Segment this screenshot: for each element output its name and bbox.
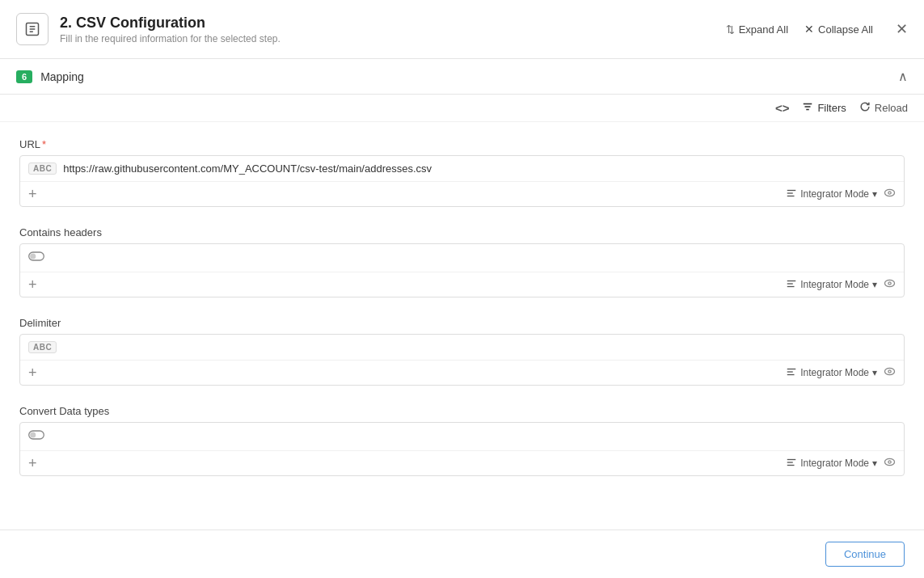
convert-data-types-field-footer: + Integrator Mode ▾: [20, 451, 904, 475]
url-field-box: ABC https://raw.githubusercontent.com/MY…: [19, 155, 905, 207]
convert-data-types-dropdown-icon: ▾: [872, 458, 877, 469]
svg-point-8: [888, 192, 891, 194]
continue-button[interactable]: Continue: [825, 542, 905, 567]
step-icon: [16, 13, 49, 45]
url-input-row: ABC https://raw.githubusercontent.com/MY…: [20, 156, 904, 182]
page-header: 2. CSV Configuration Fill in the require…: [0, 0, 924, 59]
convert-data-types-footer-right: Integrator Mode ▾: [786, 456, 896, 470]
url-type-badge: ABC: [28, 162, 57, 175]
contains-headers-integrator-mode-label: Integrator Mode: [800, 279, 869, 290]
convert-data-types-integrator-mode-label: Integrator Mode: [800, 458, 869, 469]
url-field-group: URL* ABC https://raw.githubusercontent.c…: [19, 138, 905, 207]
code-icon: <>: [775, 101, 790, 115]
url-add-button[interactable]: +: [28, 187, 37, 201]
chevron-up-icon: ∧: [898, 70, 908, 83]
svg-point-22: [30, 432, 36, 437]
filters-button[interactable]: Filters: [802, 101, 846, 115]
page-subtitle: Fill in the required information for the…: [60, 33, 281, 44]
convert-data-types-eye-button[interactable]: [884, 456, 896, 470]
delimiter-add-button[interactable]: +: [28, 365, 37, 380]
filters-icon: [802, 101, 813, 115]
contains-headers-field-group: Contains headers +: [19, 226, 905, 297]
convert-data-types-field-box: + Integrator Mode ▾: [19, 422, 905, 476]
contains-headers-dropdown-icon: ▾: [872, 279, 877, 290]
svg-point-19: [885, 368, 895, 374]
page-title: 2. CSV Configuration: [60, 15, 281, 32]
url-integrator-mode-label: Integrator Mode: [800, 188, 869, 200]
delimiter-label: Delimiter: [19, 317, 905, 329]
delimiter-type-badge: ABC: [28, 341, 57, 353]
convert-data-types-integrator-mode-button[interactable]: Integrator Mode ▾: [786, 457, 877, 470]
svg-point-15: [888, 282, 891, 285]
url-integrator-mode-button[interactable]: Integrator Mode ▾: [786, 188, 877, 201]
integrator-mode-icon-3: [786, 366, 797, 380]
delimiter-field-group: Delimiter ABC +: [19, 317, 905, 386]
url-field-footer: + Integrator Mode ▾: [20, 182, 904, 206]
code-toggle-button[interactable]: <>: [775, 101, 790, 115]
delimiter-eye-button[interactable]: [884, 365, 896, 380]
url-label: URL*: [19, 138, 905, 150]
header-actions: ⇅ Expand All ✕ Collapse All ✕: [726, 22, 908, 36]
delimiter-field-box: ABC + Integrator Mode ▾: [19, 334, 905, 386]
svg-point-26: [885, 458, 895, 465]
bottom-bar: Continue: [0, 529, 924, 578]
contains-headers-integrator-mode-button[interactable]: Integrator Mode ▾: [786, 278, 877, 292]
contains-headers-input-row: [20, 244, 904, 272]
header-text-block: 2. CSV Configuration Fill in the require…: [60, 15, 281, 44]
svg-point-27: [888, 461, 891, 463]
contains-headers-footer-right: Integrator Mode ▾: [786, 277, 896, 292]
section-header: 6 Mapping ∧: [0, 59, 924, 95]
section-title: Mapping: [40, 70, 84, 83]
integrator-mode-icon: [786, 188, 797, 201]
delimiter-input-row: ABC: [20, 335, 904, 361]
convert-data-types-field-group: Convert Data types +: [19, 405, 905, 476]
collapse-all-label: Collapse All: [818, 23, 873, 36]
delimiter-dropdown-icon: ▾: [872, 367, 877, 378]
delimiter-field-footer: + Integrator Mode ▾: [20, 361, 904, 385]
url-integrator-dropdown-icon: ▾: [872, 188, 877, 200]
section-collapse-button[interactable]: ∧: [898, 69, 908, 84]
convert-data-types-input-row: [20, 423, 904, 451]
svg-point-20: [888, 370, 891, 373]
url-value: https://raw.githubusercontent.com/MY_ACC…: [63, 162, 896, 175]
collapse-all-button[interactable]: ✕ Collapse All: [804, 23, 873, 36]
delimiter-integrator-mode-button[interactable]: Integrator Mode ▾: [786, 366, 877, 380]
contains-headers-field-footer: + Integrator Mode ▾: [20, 272, 904, 297]
delimiter-footer-right: Integrator Mode ▾: [786, 365, 896, 380]
convert-data-types-add-button[interactable]: +: [28, 456, 37, 470]
convert-data-types-toggle-icon: [28, 429, 44, 444]
expand-all-button[interactable]: ⇅ Expand All: [726, 23, 788, 36]
toolbar-row: <> Filters Reload: [0, 95, 924, 122]
main-content: URL* ABC https://raw.githubusercontent.c…: [0, 122, 924, 512]
svg-point-7: [885, 189, 895, 196]
close-button[interactable]: ✕: [889, 22, 908, 36]
contains-headers-add-button[interactable]: +: [28, 277, 37, 292]
expand-all-icon: ⇅: [726, 23, 735, 36]
integrator-mode-icon-4: [786, 457, 797, 470]
collapse-all-icon: ✕: [804, 23, 814, 36]
reload-button[interactable]: Reload: [859, 101, 908, 115]
svg-point-14: [885, 280, 895, 286]
expand-all-label: Expand All: [739, 23, 788, 36]
url-required-marker: *: [42, 138, 46, 150]
reload-icon: [859, 101, 871, 115]
convert-data-types-label: Convert Data types: [19, 405, 905, 417]
section-badge: 6: [16, 70, 32, 83]
url-eye-button[interactable]: [884, 187, 896, 201]
reload-label: Reload: [875, 102, 908, 114]
delimiter-integrator-mode-label: Integrator Mode: [800, 367, 869, 378]
svg-point-10: [30, 253, 36, 259]
contains-headers-toggle-icon: [28, 251, 44, 265]
contains-headers-eye-button[interactable]: [884, 277, 896, 292]
integrator-mode-icon-2: [786, 278, 797, 292]
filters-label: Filters: [817, 102, 846, 114]
contains-headers-label: Contains headers: [19, 226, 905, 238]
contains-headers-field-box: + Integrator Mode ▾: [19, 243, 905, 297]
url-footer-right: Integrator Mode ▾: [786, 187, 896, 201]
